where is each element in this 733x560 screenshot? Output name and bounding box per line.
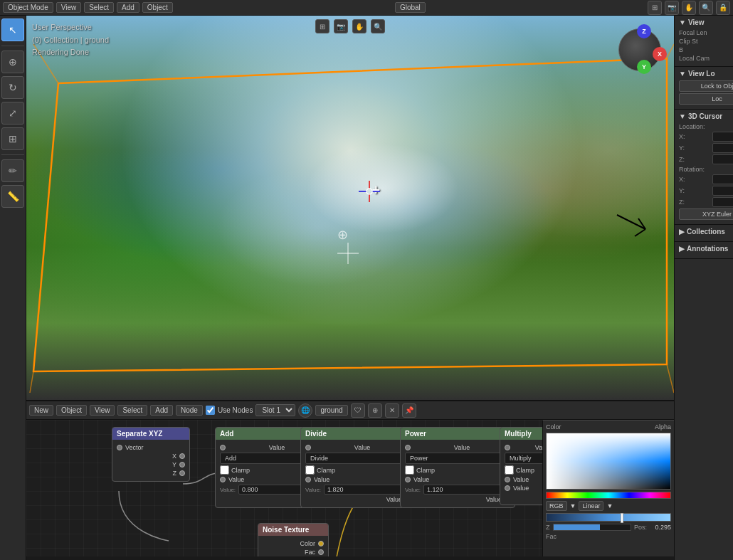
cp-color-bar[interactable] (546, 513, 671, 522)
viewport-pan-icon[interactable]: ✋ (352, 19, 366, 33)
viewport-zoom-icon[interactable]: 🔍 (371, 19, 385, 33)
rp-rx-row: X: (679, 174, 733, 184)
socket-noise-fac (318, 549, 324, 555)
rp-xyz-euler-btn[interactable]: XYZ Euler (679, 208, 733, 220)
pow-clamp-row: Clamp (405, 465, 510, 475)
cp-z-bar[interactable] (553, 524, 631, 531)
tool-measure[interactable]: 📏 (1, 185, 24, 208)
pow-value-row: Value (405, 476, 510, 483)
rp-cz-input[interactable] (712, 154, 733, 164)
div-clamp-row: Clamp (305, 465, 411, 475)
divide-clamp-checkbox[interactable] (305, 465, 315, 475)
ne-object-btn[interactable]: Object (56, 405, 87, 416)
toolbar-icon-1[interactable]: ⊞ (648, 1, 662, 15)
cp-pos-value: 0.295 (650, 524, 671, 531)
rp-rx-input[interactable] (712, 174, 733, 184)
ne-copy-icon[interactable]: ⊕ (368, 403, 382, 418)
cp-alpha-label: Alpha (655, 423, 671, 430)
tool-select[interactable]: ↖ (1, 19, 24, 41)
status-label: Rendering Done (32, 46, 109, 59)
rp-viewlock-header[interactable]: ▼ View Lo (679, 70, 733, 78)
socket-pow-value (405, 477, 411, 482)
select-menu[interactable]: Select (84, 2, 114, 13)
view-menu[interactable]: View (56, 2, 82, 13)
rp-cursor-header[interactable]: ▼ 3D Cursor (679, 112, 733, 120)
rp-local-camera-row: Local Cam (679, 55, 733, 62)
cp-fac-label: Fac (546, 533, 671, 540)
rp-rotation-label: Rotation: (679, 166, 705, 173)
cp-header: Color Alpha (546, 423, 671, 430)
tool-scale[interactable]: ⤢ (1, 102, 24, 125)
rp-cy-input[interactable] (712, 143, 733, 153)
rp-cx-input[interactable] (712, 132, 733, 142)
terrain-overlay (26, 16, 674, 400)
ne-add-btn[interactable]: Add (150, 405, 173, 416)
multiply-clamp-checkbox[interactable] (505, 465, 514, 475)
rp-cx-label: X: (679, 133, 685, 140)
div-value-row: Value (305, 476, 411, 483)
viewport-3d[interactable]: User Perspective (0) Collection | ground… (26, 16, 674, 400)
transform-global[interactable]: Global (395, 2, 426, 13)
gizmo-x-axis[interactable]: X (653, 47, 667, 61)
rp-view-label: View (688, 19, 705, 26)
power-mode-dropdown[interactable]: Power (405, 453, 510, 464)
toolbar-icon-2[interactable]: 📷 (665, 1, 679, 15)
color-gradient[interactable] (546, 433, 671, 490)
node-canvas[interactable]: Separate XYZ Vector X (26, 420, 674, 556)
rp-cy-label: Y: (679, 144, 685, 152)
rp-loc-btn[interactable]: Loc (679, 93, 733, 105)
ne-shield-icon[interactable]: 🛡 (351, 403, 365, 418)
socket-pow-in1 (405, 445, 411, 450)
mode-selector[interactable]: Object Mode (3, 2, 53, 13)
cp-linear-btn[interactable]: Linear (579, 501, 603, 511)
tool-transform[interactable]: ⊞ (1, 127, 24, 150)
node-separate-xyz-header: Separate XYZ (112, 428, 189, 440)
add-menu[interactable]: Add (117, 2, 139, 13)
divide-mode-dropdown[interactable]: Divide (305, 453, 411, 464)
socket-div-value (305, 477, 311, 482)
use-nodes-checkbox[interactable] (206, 406, 215, 415)
node-divide: Divide Value Divide (300, 427, 416, 508)
ne-view-btn[interactable]: View (90, 405, 115, 416)
use-nodes-label: Use Nodes (218, 406, 253, 414)
rp-collections-section: ▶ Collections (675, 225, 733, 242)
tool-rotate[interactable]: ↻ (1, 76, 24, 99)
ne-new-btn[interactable]: New (29, 405, 53, 416)
object-menu[interactable]: Object (142, 2, 173, 13)
toolbar-icon-5[interactable]: 🔒 (716, 1, 730, 15)
ne-pin-icon[interactable]: 📌 (402, 403, 416, 418)
rp-lock-to-obj-btn[interactable]: Lock to Obj (679, 80, 733, 92)
cp-mode-row: RGB ▼ Linear ▼ (546, 501, 671, 511)
color-gradient-inner (547, 433, 670, 489)
add-clamp-checkbox[interactable] (220, 465, 229, 475)
ne-node-btn[interactable]: Node (176, 405, 203, 416)
tool-move[interactable]: ⊕ (1, 51, 24, 73)
slot-dropdown[interactable]: Slot 1 (255, 404, 295, 416)
rp-collections-header[interactable]: ▶ Collections (679, 228, 733, 236)
socket-z-out (179, 470, 185, 476)
viewport-camera-icon[interactable]: 📷 (334, 19, 348, 33)
rp-ry-input[interactable] (712, 186, 733, 196)
gizmo-z-axis[interactable]: Z (637, 24, 651, 38)
ne-close-icon[interactable]: ✕ (385, 403, 399, 418)
rp-annotations-header[interactable]: ▶ Annotations (679, 245, 733, 253)
rp-rz-input[interactable] (712, 197, 733, 207)
tool-annotate[interactable]: ✏ (1, 159, 24, 182)
pow-value-num-row: Value: (405, 485, 510, 495)
power-clamp-checkbox[interactable] (405, 465, 414, 475)
viewport-header-icons: ⊞ 📷 ✋ 🔍 (315, 19, 385, 33)
toolbar-icon-4[interactable]: 🔍 (699, 1, 713, 15)
toolbar-icon-3[interactable]: ✋ (682, 1, 696, 15)
rp-view-header[interactable]: ▼ View (679, 19, 733, 26)
hue-bar[interactable] (546, 492, 671, 499)
gizmo-y-axis[interactable]: Y (637, 60, 651, 74)
world-icon[interactable]: 🌐 (298, 403, 312, 418)
material-name[interactable]: ground (315, 405, 347, 416)
viewport-section: User Perspective (0) Collection | ground… (26, 16, 674, 560)
ne-select-btn[interactable]: Select (117, 405, 147, 416)
viewport-grid-icon[interactable]: ⊞ (315, 19, 329, 33)
nav-gizmo[interactable]: X Y Z (611, 21, 668, 78)
divide-value-field[interactable] (324, 485, 411, 495)
cp-rgb-btn[interactable]: RGB (546, 501, 567, 511)
power-value-field[interactable] (423, 485, 510, 495)
